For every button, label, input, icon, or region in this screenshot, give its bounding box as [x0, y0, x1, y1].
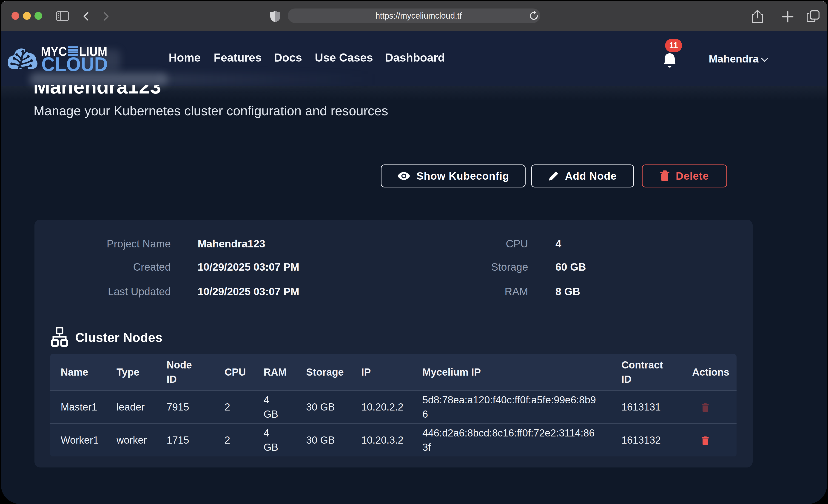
svg-text:CLOUD: CLOUD	[41, 53, 108, 72]
